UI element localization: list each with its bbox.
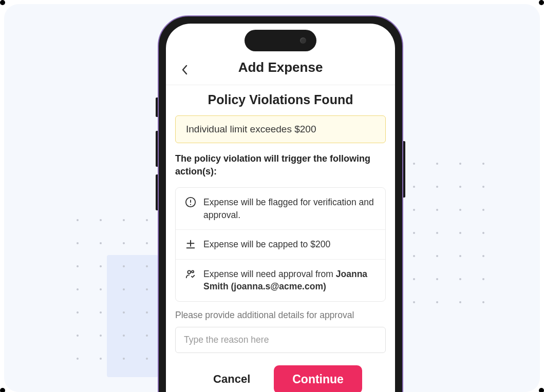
action-row-approval: Expense will need approval from Joanna S… bbox=[176, 260, 385, 301]
actions-card: Expense will be flagged for verification… bbox=[175, 187, 386, 302]
svg-point-2 bbox=[190, 204, 191, 205]
corner-dot bbox=[0, 0, 5, 5]
button-row: Cancel Continue bbox=[166, 353, 395, 392]
back-button[interactable] bbox=[177, 63, 192, 77]
people-approve-icon bbox=[185, 268, 196, 280]
cap-icon bbox=[185, 239, 196, 250]
decorative-dot-grid bbox=[77, 219, 148, 360]
phone-mockup: Add Expense Policy Violations Found Indi… bbox=[158, 15, 403, 392]
phone-screen: Add Expense Policy Violations Found Indi… bbox=[166, 24, 395, 392]
svg-point-7 bbox=[192, 270, 194, 272]
continue-button[interactable]: Continue bbox=[274, 365, 362, 392]
phone-power-button bbox=[403, 141, 405, 198]
alert-circle-icon bbox=[185, 197, 196, 208]
svg-point-6 bbox=[187, 270, 191, 273]
violations-title: Policy Violations Found bbox=[175, 92, 386, 107]
action-row-cap: Expense will be capped to $200 bbox=[176, 230, 385, 260]
action-row-flag: Expense will be flagged for verification… bbox=[176, 188, 385, 230]
action-text: Expense will need approval from Joanna S… bbox=[203, 268, 376, 293]
reason-input[interactable] bbox=[175, 327, 386, 353]
action-text: Expense will be flagged for verification… bbox=[203, 196, 376, 221]
main-content: Policy Violations Found Individual limit… bbox=[166, 85, 395, 353]
details-prompt: Please provide additional details for ap… bbox=[175, 310, 386, 321]
phone-frame: Add Expense Policy Violations Found Indi… bbox=[158, 15, 403, 392]
cancel-button[interactable]: Cancel bbox=[199, 365, 265, 392]
page-title: Add Expense bbox=[238, 60, 323, 75]
corner-dot bbox=[539, 0, 544, 5]
corner-dot bbox=[539, 388, 544, 392]
action-text: Expense will be capped to $200 bbox=[203, 238, 330, 251]
app-header: Add Expense bbox=[166, 24, 395, 85]
trigger-actions-label: The policy violation will trigger the fo… bbox=[175, 152, 386, 178]
violation-banner: Individual limit exceedes $200 bbox=[175, 115, 386, 143]
decorative-dot-grid bbox=[413, 163, 484, 303]
corner-dot bbox=[0, 388, 5, 392]
chevron-left-icon bbox=[181, 65, 188, 75]
